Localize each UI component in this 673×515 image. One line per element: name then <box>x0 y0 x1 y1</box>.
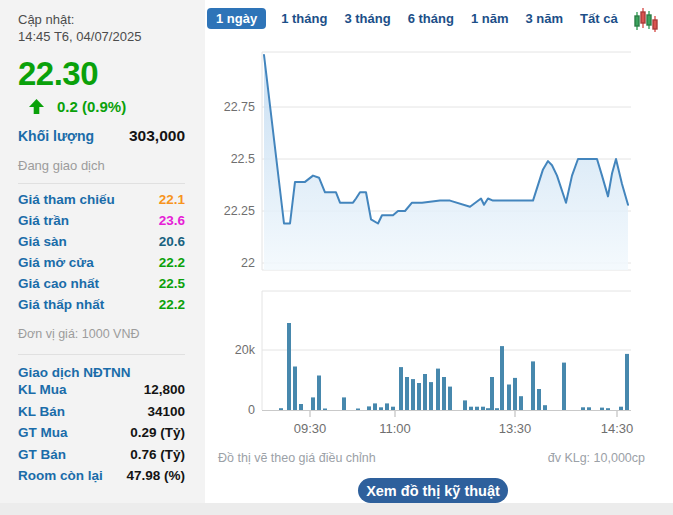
svg-text:0: 0 <box>248 403 255 417</box>
svg-text:11:00: 11:00 <box>379 421 411 436</box>
svg-text:22: 22 <box>241 256 255 270</box>
svg-text:09:30: 09:30 <box>294 421 327 436</box>
price-volume-chart[interactable]: 22.7522.522.252220k009:3011:0013:3014:30 <box>0 0 673 515</box>
volume-unit-note: đv KLg: 10,000cp <box>548 451 645 465</box>
svg-text:20k: 20k <box>235 343 256 357</box>
adjusted-price-note: Đồ thị vẽ theo giá điều chỉnh <box>218 451 376 465</box>
svg-text:22.5: 22.5 <box>231 152 255 166</box>
svg-text:22.25: 22.25 <box>224 204 255 218</box>
svg-text:13:30: 13:30 <box>499 421 532 436</box>
bottom-strip <box>0 503 673 515</box>
svg-text:22.75: 22.75 <box>224 100 255 114</box>
svg-text:14:30: 14:30 <box>601 421 634 436</box>
technical-chart-button[interactable]: Xem đồ thị kỹ thuật <box>358 478 508 503</box>
